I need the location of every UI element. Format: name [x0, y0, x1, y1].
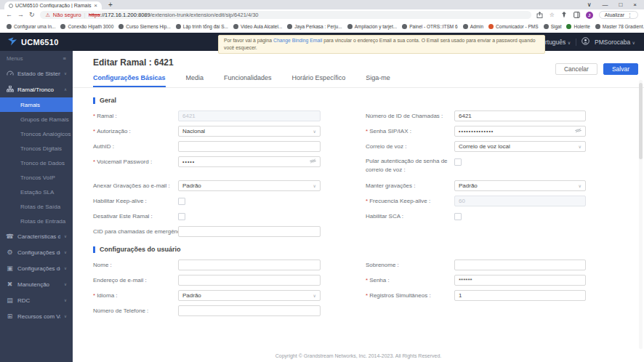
sidebar-submenu-item[interactable]: Ramais: [0, 97, 73, 112]
bookmark-item[interactable]: Lập trình tổng đài S...: [176, 24, 228, 29]
sidebar-group-item[interactable]: ▣ Configurações do S... ∨: [0, 260, 73, 276]
pinned-extension-icon[interactable]: [561, 12, 568, 18]
sitemap-icon: [6, 86, 14, 94]
sidebar-submenu-item[interactable]: Estação SLA: [0, 185, 73, 199]
bookmark-label: Curso Siemens Hip...: [126, 24, 170, 29]
sidebar-submenu-item[interactable]: Tronco de Dados: [0, 156, 73, 170]
anexar-gravacoes-select[interactable]: Padrão∨: [178, 180, 321, 191]
tab-close-icon[interactable]: ×: [94, 3, 97, 9]
habilitar-keepalive-checkbox[interactable]: [178, 198, 185, 205]
sidebar-submenu-item[interactable]: Troncos Analógicos: [0, 126, 73, 141]
voicemail-password-label: Voicemail Password :: [97, 158, 152, 165]
sidebar-group-item[interactable]: ✖ Manutenção ∨: [0, 276, 73, 292]
sidebar-submenu-item[interactable]: Grupos de Ramais: [0, 112, 73, 126]
user-icon: [581, 37, 589, 47]
authid-input[interactable]: [178, 141, 321, 152]
sidebar-menus-header: Menus ≡: [0, 51, 73, 65]
sidebar-item-ramal-tronco[interactable]: Ramal/Tronco ∧: [0, 81, 73, 97]
senha-input[interactable]: [454, 275, 586, 286]
page-tab[interactable]: Configurações Básicas: [93, 74, 166, 87]
bookmark-item[interactable]: Admin: [463, 24, 483, 29]
bookmark-favicon: [488, 24, 494, 29]
bookmark-item[interactable]: Master 78 Gradient...: [595, 24, 644, 29]
pular-autenticacao-checkbox[interactable]: [454, 158, 462, 166]
address-bar: ← → ↻ ⚠ Não seguro | https://172.16.1.20…: [0, 9, 644, 20]
cid-emergencia-input[interactable]: [178, 226, 321, 237]
telefone-input[interactable]: [178, 305, 321, 316]
reload-icon[interactable]: ↻: [29, 12, 35, 18]
bookmark-item[interactable]: Video Aula Alcatel...: [233, 24, 282, 29]
sobrenome-input[interactable]: [454, 260, 586, 270]
collapse-menu-icon[interactable]: ≡: [63, 55, 66, 62]
email-input[interactable]: [178, 275, 321, 286]
change-binding-email-link[interactable]: Change Binding Email: [273, 38, 322, 43]
browser-tab[interactable]: UCM6510 Configuração | Ramais ×: [4, 1, 102, 9]
page-tab[interactable]: Funcionalidades: [224, 74, 272, 87]
row-nome-sobrenome: Nome : Sobrenome :: [93, 260, 644, 270]
close-icon[interactable]: ×: [633, 2, 637, 8]
bookmark-item[interactable]: Painel - OTRS::ITSM 6: [402, 24, 457, 29]
forward-icon[interactable]: →: [17, 12, 24, 18]
autorizacao-select[interactable]: Nacional∨: [178, 126, 321, 137]
frequencia-keepalive-label: Frecuencia Keep-alive :: [369, 198, 430, 204]
page-url[interactable]: https://172.16.1.200:8089/extension-trun…: [89, 12, 259, 18]
bookmark-item[interactable]: Sigat: [544, 24, 562, 29]
new-tab-button[interactable]: +: [108, 1, 113, 9]
chrome-update-button[interactable]: Atualizar⋮: [599, 11, 638, 19]
correio-voz-select[interactable]: Correio de voz local∨: [454, 141, 586, 152]
sidebar-submenu-item[interactable]: Rotas de Saída: [0, 199, 73, 214]
page-tab[interactable]: Siga-me: [366, 74, 390, 87]
sobrenome-label: Sobrenome :: [366, 260, 454, 270]
bookmark-item[interactable]: Holerite: [566, 24, 589, 29]
share-icon[interactable]: [536, 12, 543, 18]
cancel-button[interactable]: Cancelar: [555, 63, 597, 75]
profile-avatar[interactable]: J: [586, 12, 593, 19]
eye-slash-icon[interactable]: [575, 128, 581, 134]
page-tab[interactable]: Horário Específico: [292, 74, 346, 87]
habilitar-sca-checkbox[interactable]: [454, 213, 462, 220]
voicemail-password-input[interactable]: •••••: [178, 156, 321, 167]
sidebar-group-item[interactable]: ⚙ Configurações do P... ∨: [0, 244, 73, 260]
senha-sip-input[interactable]: ••••••••••••••: [454, 126, 586, 137]
layout: Menus ≡ Estado de Sistema ∨ Ramal/Tronco…: [0, 51, 644, 362]
bookmark-item[interactable]: Curso Siemens Hip...: [118, 24, 170, 29]
section-bar: [93, 246, 95, 253]
maximize-icon[interactable]: □: [619, 2, 622, 8]
bookmark-item[interactable]: Jaya Perkasa : Perju...: [287, 24, 342, 29]
idioma-select[interactable]: Padrão∨: [178, 290, 321, 301]
sidebar-submenu-item[interactable]: Rotas de Entrada: [0, 214, 73, 228]
numero-id-chamadas-input[interactable]: [454, 110, 586, 121]
brand-name: UCM6510: [21, 38, 59, 47]
update-menu-dots: ⋮: [627, 12, 632, 18]
sidebar-group-item[interactable]: ▤ RDC ∨: [0, 292, 73, 308]
sidebar-submenu-item[interactable]: Troncos Digitais: [0, 141, 73, 156]
desativar-ramal-checkbox[interactable]: [178, 213, 185, 220]
tab-title: UCM6510 Configuração | Ramais: [15, 3, 92, 8]
tab-search-icon[interactable]: ∨: [587, 2, 592, 8]
bookmark-star-icon[interactable]: ☆: [549, 12, 555, 18]
user-menu[interactable]: PMSorocaba ∨: [595, 39, 635, 46]
manter-gravacoes-select[interactable]: Padrão∨: [454, 180, 586, 191]
scrollbar-thumb[interactable]: [639, 83, 643, 159]
bookmark-item[interactable]: Comunicador - PMS: [488, 24, 539, 29]
bookmark-item[interactable]: Ampliación y tarjet...: [347, 24, 398, 29]
nome-input[interactable]: [178, 260, 321, 270]
bookmark-item[interactable]: Configurar uma In...: [7, 24, 55, 29]
page-tab[interactable]: Media: [186, 74, 204, 87]
sidebar-item-estado-de-sistema[interactable]: Estado de Sistema ∨: [0, 65, 73, 81]
bookmark-label: Configurar uma In...: [14, 24, 55, 29]
url-scheme: https: [89, 12, 100, 18]
not-secure-label[interactable]: Não seguro: [53, 12, 81, 18]
omnibox[interactable]: ⚠ Não seguro | https://172.16.1.200:8089…: [40, 11, 531, 19]
bookmark-item[interactable]: Conexão Hipath 3000: [60, 24, 113, 29]
sidebar-submenu-item[interactable]: Troncos VoIP: [0, 170, 73, 185]
eye-slash-icon[interactable]: [310, 158, 316, 165]
minimize-icon[interactable]: —: [602, 2, 608, 8]
sidebar-group-item[interactable]: ☎ Características de C... ∨: [0, 228, 73, 244]
registros-simultaneos-input[interactable]: [454, 290, 586, 301]
side-panel-icon[interactable]: [573, 12, 580, 18]
back-icon[interactable]: ←: [6, 12, 12, 18]
autorizacao-label: Autorização :: [97, 128, 131, 134]
sidebar-group-item[interactable]: ⊞ Recursos com Valo... ∨: [0, 308, 73, 324]
save-button[interactable]: Salvar: [603, 63, 638, 75]
